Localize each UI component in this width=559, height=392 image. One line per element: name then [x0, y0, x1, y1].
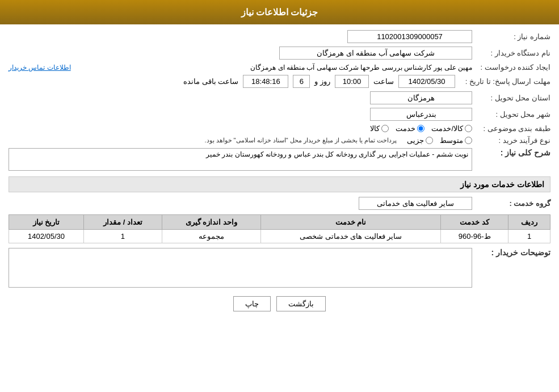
col-header-unit: واحد اندازه گیری	[162, 215, 260, 230]
process-radio-group: متوسط جزیی	[407, 136, 472, 145]
province-value: هرمزگان	[370, 91, 472, 104]
description-section: شرح کلی نیاز : نوبت ششم - عملیات اجرایی …	[9, 148, 550, 171]
process-radio-jozii[interactable]	[426, 137, 433, 144]
buyer-org-row: نام دستگاه خریدار : شرکت سهامی آب منطقه …	[9, 47, 550, 60]
deadline-remaining-label: ساعت باقی مانده	[183, 77, 238, 86]
back-button[interactable]: بازگشت	[276, 296, 326, 311]
category-option-kala-khedmat[interactable]: کالا/خدمت	[431, 124, 472, 133]
request-number-row: شماره نیاز : 1102001309000057	[9, 30, 550, 43]
deadline-time-label: ساعت	[373, 77, 394, 86]
category-option-khedmat[interactable]: خدمت	[396, 124, 424, 133]
category-option-kala[interactable]: کالا	[370, 124, 389, 133]
table-row: 1 ط-96-960 سایر فعالیت های خدماتی شخصی م…	[9, 230, 550, 243]
cell-name: سایر فعالیت های خدماتی شخصی	[260, 230, 440, 243]
process-option-jozii[interactable]: جزیی	[407, 136, 433, 145]
creator-value: مهین علی پور کارشناس بررسی طرحها شرکت سه…	[75, 64, 472, 71]
buyer-desc-textarea[interactable]	[9, 248, 472, 288]
creator-label: ایجاد کننده درخواست :	[477, 63, 550, 71]
description-value: نوبت ششم - عملیات اجرایی رپر گذاری رودخا…	[9, 148, 472, 171]
print-button[interactable]: چاپ	[233, 296, 271, 311]
cell-date: 1402/05/30	[9, 230, 84, 243]
province-label: استان محل تحویل :	[477, 94, 550, 102]
services-table: ردیف کد خدمت نام خدمت واحد اندازه گیری ت…	[9, 214, 550, 243]
page-header: جزئیات اطلاعات نیاز	[0, 0, 559, 24]
col-header-row: ردیف	[508, 215, 550, 230]
deadline-remaining: 18:48:16	[243, 75, 288, 88]
deadline-day-label: روز و	[314, 77, 330, 86]
request-number-label: شماره نیاز :	[477, 32, 550, 41]
category-label: طبقه بندی موضوعی :	[477, 124, 550, 133]
col-header-qty: تعداد / مقدار	[83, 215, 162, 230]
services-section-title: اطلاعات خدمات مورد نیاز	[9, 176, 550, 192]
city-value: بندرعباس	[370, 108, 472, 121]
col-header-date: تاریخ نیاز	[9, 215, 84, 230]
province-row: استان محل تحویل : هرمزگان	[9, 91, 550, 104]
category-label-kala-khedmat: کالا/خدمت	[431, 124, 463, 133]
deadline-days: 6	[293, 75, 310, 88]
deadline-date: 1402/05/30	[398, 75, 455, 88]
category-label-khedmat: خدمت	[396, 124, 415, 133]
col-header-code: کد خدمت	[441, 215, 508, 230]
deadline-row: مهلت ارسال پاسخ: تا تاریخ : 1402/05/30 س…	[9, 75, 550, 88]
process-radio-motavaset[interactable]	[465, 137, 472, 144]
buyer-desc-label: توضیحات خریدار :	[477, 248, 550, 257]
button-row: بازگشت چاپ	[9, 296, 550, 311]
category-radio-kala[interactable]	[381, 125, 389, 132]
city-label: شهر محل تحویل :	[477, 110, 550, 119]
category-radio-group: کالا/خدمت خدمت کالا	[370, 124, 472, 133]
process-option-motavaset[interactable]: متوسط	[440, 136, 472, 145]
category-radio-kala-khedmat[interactable]	[465, 125, 472, 132]
buyer-org-label: نام دستگاه خریدار :	[477, 49, 550, 57]
process-note: پرداخت تمام یا بخشی از مبلغ خریدار محل "…	[204, 137, 397, 144]
category-radio-khedmat[interactable]	[417, 125, 424, 132]
buyer-desc-section: توضیحات خریدار :	[9, 248, 550, 288]
process-row: نوع فرآیند خرید : متوسط جزیی پرداخت تمام…	[9, 136, 550, 145]
cell-unit: مجموعه	[162, 230, 260, 243]
cell-code: ط-96-960	[441, 230, 508, 243]
category-row: طبقه بندی موضوعی : کالا/خدمت خدمت کالا	[9, 124, 550, 133]
contact-link[interactable]: اطلاعات تماس خریدار	[9, 64, 71, 71]
request-number-value: 1102001309000057	[347, 30, 472, 43]
main-content: شماره نیاز : 1102001309000057 نام دستگاه…	[0, 24, 559, 323]
page-title: جزئیات اطلاعات نیاز	[241, 7, 318, 17]
cell-qty: 1	[83, 230, 162, 243]
col-header-name: نام خدمت	[260, 215, 440, 230]
deadline-time: 10:00	[335, 75, 369, 88]
process-label-motavaset: متوسط	[440, 136, 463, 145]
service-group-value: سایر فعالیت های خدماتی	[359, 197, 472, 210]
page-wrapper: جزئیات اطلاعات نیاز شماره نیاز : 1102001…	[0, 0, 559, 392]
city-row: شهر محل تحویل : بندرعباس	[9, 108, 550, 121]
service-group-row: گروه خدمت : سایر فعالیت های خدماتی	[9, 197, 550, 210]
deadline-label: مهلت ارسال پاسخ: تا تاریخ :	[460, 77, 550, 86]
cell-row: 1	[508, 230, 550, 243]
buyer-org-value: شرکت سهامی آب منطقه ای هرمزگان	[279, 47, 472, 60]
creator-row: ایجاد کننده درخواست : مهین علی پور کارشن…	[9, 63, 550, 71]
service-group-label: گروه خدمت :	[477, 199, 550, 208]
description-label: شرح کلی نیاز :	[477, 148, 550, 157]
category-label-kala: کالا	[370, 124, 380, 133]
process-label-jozii: جزیی	[407, 136, 424, 145]
process-label: نوع فرآیند خرید :	[477, 136, 550, 145]
